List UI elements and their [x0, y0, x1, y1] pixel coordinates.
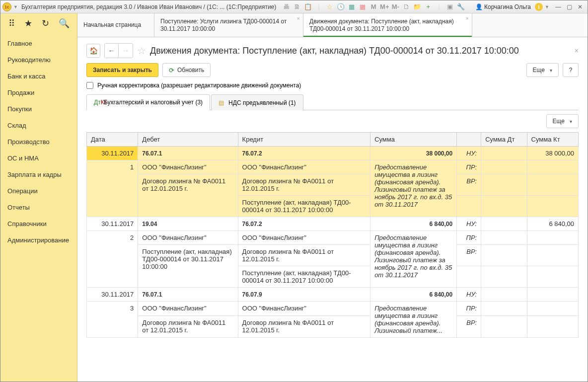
table-row[interactable]: 30.11.2017 76.07.1 76.07.9 6 840,00 НУ: …: [87, 288, 579, 338]
sidebar: ⠿ ★ ↻ 🔍 Главное Руководителю Банк и касс…: [0, 13, 77, 382]
search-icon[interactable]: 🔍: [59, 18, 70, 29]
maximize-button[interactable]: ▢: [564, 2, 575, 11]
sidebar-item[interactable]: Склад: [0, 117, 77, 134]
home-button[interactable]: 🏠: [86, 44, 100, 58]
inner-tabs: ДтКт Бухгалтерский и налоговый учет (3) …: [86, 94, 579, 110]
apps-icon[interactable]: ⠿: [8, 18, 15, 29]
toolbar: Записать и закрыть ⟳Обновить Еще ?: [86, 63, 579, 77]
user-indicator[interactable]: 👤 Корчагина Ольга: [475, 3, 531, 10]
tabbar: Начальная страница Поступление: Услуги л…: [77, 13, 588, 37]
list-icon: ▤: [219, 99, 225, 106]
back-button[interactable]: ←: [105, 44, 119, 58]
forward-button[interactable]: →: [119, 44, 133, 58]
document-header: 🏠 ← → ☆ Движения документа: Поступление …: [86, 43, 579, 58]
sidebar-item[interactable]: Руководителю: [0, 52, 77, 68]
clipboard-icon[interactable]: 📋: [304, 3, 312, 11]
col-tag[interactable]: [457, 133, 481, 147]
main-area: Начальная страница Поступление: Услуги л…: [77, 13, 588, 382]
sidebar-item[interactable]: Банк и касса: [0, 68, 77, 84]
m-minus-icon[interactable]: M-: [391, 3, 399, 11]
history-icon[interactable]: ↻: [42, 18, 49, 29]
refresh-icon: ⟳: [169, 67, 174, 74]
tab-close-icon[interactable]: ×: [297, 15, 300, 21]
nav-group: ← →: [104, 43, 133, 58]
sidebar-tools: ⠿ ★ ↻ 🔍: [0, 13, 77, 33]
folder-icon[interactable]: 📁: [413, 3, 421, 11]
save-and-close-button[interactable]: Записать и закрыть: [86, 63, 158, 77]
tab-home[interactable]: Начальная страница: [77, 13, 154, 37]
col-credit[interactable]: Кредит: [238, 133, 370, 147]
m-icon[interactable]: M: [369, 3, 377, 11]
minimize-button[interactable]: —: [553, 2, 564, 11]
dt-kt-icon: ДтКт: [94, 99, 101, 106]
sidebar-nav: Главное Руководителю Банк и касса Продаж…: [0, 33, 77, 248]
star-icon[interactable]: ★: [24, 18, 32, 29]
manual-edit-label: Ручная корректировка (разрешает редактир…: [97, 82, 301, 89]
user-name: Корчагина Ольга: [484, 3, 531, 10]
manual-edit-row: Ручная корректировка (разрешает редактир…: [86, 82, 579, 89]
table-row[interactable]: 30.11.2017 19.04 76.07.2 6 840,00 НУ: 6 …: [87, 217, 579, 288]
app-menu-dropdown-icon[interactable]: ▼: [13, 4, 18, 9]
sidebar-item[interactable]: Отчеты: [0, 199, 77, 216]
more-button[interactable]: Еще: [526, 63, 559, 77]
tab-close-icon[interactable]: ×: [466, 15, 469, 21]
sidebar-item[interactable]: Зарплата и кадры: [0, 166, 77, 183]
manual-edit-checkbox[interactable]: [86, 82, 93, 89]
sidebar-item[interactable]: Администрирование: [0, 232, 77, 248]
col-date[interactable]: Дата: [87, 133, 138, 147]
calculator-icon[interactable]: ▦: [348, 3, 356, 11]
favorite-star-icon[interactable]: ☆: [137, 45, 146, 57]
calendar-icon[interactable]: ▦: [359, 3, 367, 11]
sidebar-item[interactable]: Продажи: [0, 84, 77, 101]
sidebar-item[interactable]: Операции: [0, 183, 77, 199]
movements-table: Дата Дебет Кредит Сумма Сумма Дт Сумма К…: [86, 132, 579, 338]
col-sum[interactable]: Сумма: [370, 133, 457, 147]
plus-icon[interactable]: +: [424, 3, 432, 11]
doc-icon[interactable]: 🗎: [293, 3, 301, 11]
sidebar-item[interactable]: Справочники: [0, 216, 77, 232]
history-icon[interactable]: 🕓: [337, 3, 345, 11]
sub-toolbar: Еще: [86, 114, 579, 128]
tab-document-2[interactable]: Движения документа: Поступление (акт, на…: [303, 13, 472, 37]
new-icon[interactable]: 🗋: [402, 3, 410, 11]
app-window: 1c ▼ Бухгалтерия предприятия, редакция 3…: [0, 0, 588, 382]
sidebar-item[interactable]: Главное: [0, 35, 77, 52]
refresh-button[interactable]: ⟳Обновить: [162, 63, 211, 77]
more-button-2[interactable]: Еще: [546, 114, 579, 128]
help-button[interactable]: ?: [563, 63, 579, 77]
sidebar-item[interactable]: Производство: [0, 134, 77, 150]
m-plus-icon[interactable]: M+: [380, 3, 388, 11]
favorite-icon[interactable]: ☆: [326, 3, 334, 11]
col-sumkt[interactable]: Сумма Кт: [527, 133, 578, 147]
sep2: |: [435, 3, 443, 11]
inner-tab-vat[interactable]: ▤ НДС предъявленный (1): [211, 94, 303, 110]
content: 🏠 ← → ☆ Движения документа: Поступление …: [77, 37, 588, 382]
tab-document-1[interactable]: Поступление: Услуги лизинга ТД00-000014 …: [154, 13, 303, 37]
info-dropdown-icon[interactable]: ▼: [545, 4, 550, 9]
table-row[interactable]: 30.11.2017 76.07.1 76.07.2 38 000,00 НУ:…: [87, 147, 579, 217]
window-icon[interactable]: ▣: [446, 3, 454, 11]
app-logo-icon: 1c: [2, 2, 11, 11]
toolbar-quick-icons: 🖶 🗎 📋 | ☆ 🕓 ▦ ▦ M M+ M- 🗋 📁 + | ▣ 🔧: [282, 3, 465, 11]
sidebar-item[interactable]: ОС и НМА: [0, 150, 77, 166]
titlebar: 1c ▼ Бухгалтерия предприятия, редакция 3…: [0, 0, 588, 13]
col-debit[interactable]: Дебет: [138, 133, 238, 147]
sep: |: [315, 3, 323, 11]
tool-icon[interactable]: 🔧: [457, 3, 465, 11]
close-button[interactable]: ✕: [575, 2, 586, 11]
user-icon: 👤: [475, 3, 482, 10]
col-sumdt[interactable]: Сумма Дт: [481, 133, 527, 147]
window-title: Бухгалтерия предприятия, редакция 3.0 / …: [21, 3, 276, 10]
info-icon[interactable]: i: [535, 3, 543, 11]
document-title: Движения документа: Поступление (акт, на…: [150, 46, 571, 56]
inner-tab-accounting[interactable]: ДтКт Бухгалтерский и налоговый учет (3): [86, 94, 210, 110]
document-close-icon[interactable]: ×: [575, 47, 579, 55]
print-icon[interactable]: 🖶: [282, 3, 290, 11]
sidebar-item[interactable]: Покупки: [0, 101, 77, 117]
